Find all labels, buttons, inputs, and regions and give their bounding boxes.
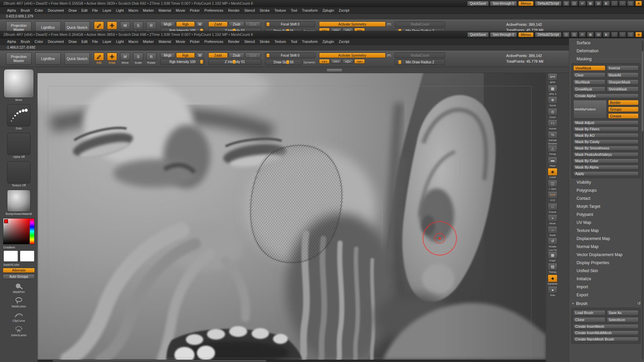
- current-brush-thumbnail[interactable]: [4, 69, 34, 98]
- sym-y-button[interactable]: >Y<: [331, 28, 341, 31]
- tray-persp[interactable]: Dynamic △ Persp: [548, 142, 557, 156]
- menu-picker[interactable]: Picker: [187, 8, 202, 12]
- menu-preferences[interactable]: Preferences: [202, 40, 226, 44]
- menu-edit[interactable]: Edit: [79, 8, 90, 12]
- tray-frame[interactable]: □ Frame: [548, 203, 557, 214]
- grip-icon[interactable]: ||||: [563, 1, 570, 6]
- section-texture-map[interactable]: Texture Map: [571, 227, 641, 235]
- activate-symmetry-button[interactable]: Activate Symmetry: [319, 53, 386, 58]
- menu-tool[interactable]: Tool: [288, 8, 300, 12]
- menu-light[interactable]: Light: [114, 8, 126, 12]
- viewmask-button[interactable]: ViewMask: [573, 65, 605, 71]
- mask-by-color-button[interactable]: Mask By Color: [573, 159, 639, 163]
- tray-dynamic[interactable]: ◆ Dynamic: [548, 275, 557, 285]
- horizontal-scrollbar[interactable]: [38, 360, 546, 362]
- tray-actual[interactable]: 1:1 Actual: [548, 119, 557, 130]
- menu-brush[interactable]: Brush: [18, 40, 32, 44]
- menu-color[interactable]: Color: [32, 40, 45, 44]
- section-morph-target[interactable]: Morph Target: [571, 202, 641, 210]
- crease-button[interactable]: Crease: [608, 113, 639, 119]
- maximize-icon[interactable]: ▢: [627, 32, 634, 37]
- current-alpha-thumbnail[interactable]: [7, 133, 31, 155]
- sym-x-button[interactable]: >X<: [319, 28, 330, 31]
- sym-y-button[interactable]: >Y<: [331, 59, 341, 64]
- menu-preferences[interactable]: Preferences: [202, 8, 226, 12]
- tray-floor[interactable]: ▬ Floor: [548, 157, 557, 167]
- section-surface[interactable]: Surface: [571, 39, 641, 47]
- tray-zoom[interactable]: ◎ Zoom: [548, 108, 557, 119]
- zsub-button[interactable]: Zsub: [229, 53, 244, 58]
- tray-local[interactable]: ◉ Local: [548, 168, 557, 179]
- quicksave-button[interactable]: QuickSave: [467, 32, 489, 37]
- tray-aahalf[interactable]: ½ AAHalf: [548, 131, 557, 142]
- menu-stroke[interactable]: Stroke: [257, 40, 272, 44]
- menu-draw[interactable]: Draw: [66, 8, 79, 12]
- section-uv-map[interactable]: UV Map: [571, 219, 641, 227]
- draw-size-slider[interactable]: Draw Size 65: [265, 28, 302, 31]
- sculpt-viewport[interactable]: [38, 73, 546, 360]
- tray-bpr[interactable]: BPR BPR: [548, 73, 557, 84]
- section-masking[interactable]: Masking: [571, 55, 641, 63]
- menu-file[interactable]: File: [90, 40, 100, 44]
- menu-draw[interactable]: Draw: [66, 40, 79, 44]
- maskpen-tool[interactable]: MaskPen: [13, 282, 24, 294]
- rgb-button[interactable]: Rgb: [176, 53, 195, 58]
- masklasso-tool[interactable]: MaskLasso: [12, 296, 26, 308]
- create-insertmultimesh-button[interactable]: Create InsertMultiMesh: [573, 330, 639, 335]
- swap-panels-icon[interactable]: ⇄: [579, 1, 586, 6]
- tray-move[interactable]: + Move: [548, 214, 557, 225]
- mask-by-alpha-button[interactable]: Mask By Alpha: [573, 165, 639, 170]
- m-button[interactable]: M: [196, 53, 204, 58]
- scale-button[interactable]: S Scale: [133, 21, 144, 31]
- shrinkmask-button[interactable]: ShrinkMask: [607, 86, 639, 92]
- load-brush-button[interactable]: Load Brush: [573, 310, 605, 315]
- selectlasso-tool[interactable]: SelectLasso: [11, 325, 26, 337]
- layout-grid-icon[interactable]: ▦: [587, 1, 594, 6]
- minimize-icon[interactable]: −: [619, 32, 626, 37]
- section-polygroups[interactable]: Polygroups: [571, 186, 641, 194]
- gradient-label[interactable]: Gradient: [3, 246, 15, 249]
- mrgb-button[interactable]: Mrgb: [160, 21, 175, 27]
- menu-brush[interactable]: Brush: [18, 8, 32, 12]
- menu-edit[interactable]: Edit: [79, 40, 90, 44]
- menu-zscript[interactable]: Zscript: [336, 8, 352, 12]
- current-material-thumbnail[interactable]: [7, 190, 31, 212]
- clipcurve-tool[interactable]: ClipCurve: [12, 310, 25, 322]
- draw-button[interactable]: Draw: [107, 53, 117, 64]
- edit-button[interactable]: Edit: [94, 53, 104, 64]
- menus-button[interactable]: Menus: [518, 32, 534, 37]
- menu-document[interactable]: Document: [45, 8, 66, 12]
- section-normal-map[interactable]: Normal Map: [571, 243, 641, 251]
- section-export[interactable]: Export: [571, 291, 641, 299]
- create-nanomesh-brush-button[interactable]: Create NanoMesh Brush: [573, 337, 639, 342]
- tray-scale[interactable]: ↔ Scale: [548, 226, 557, 237]
- reset-icon[interactable]: ↺: [637, 301, 641, 306]
- alternate-button[interactable]: Alternate: [3, 268, 35, 273]
- menu-macro[interactable]: Macro: [126, 40, 141, 44]
- projection-master-button[interactable]: Projection Master: [6, 21, 32, 31]
- move-button[interactable]: M Move: [120, 21, 130, 31]
- section-vector-displacement-map[interactable]: Vector Displacement Map: [571, 251, 641, 259]
- menu-tool[interactable]: Tool: [288, 40, 300, 44]
- layout-rows-icon[interactable]: ▤: [595, 32, 602, 37]
- growmask-button[interactable]: GrowMask: [573, 86, 605, 92]
- zadd-button[interactable]: Zadd: [208, 53, 228, 58]
- mask-by-fibers-button[interactable]: Mask By Fibers: [573, 127, 639, 131]
- focal-shift-slider[interactable]: Focal Shift 0: [265, 53, 315, 58]
- current-texture-thumbnail[interactable]: [7, 161, 31, 183]
- activate-symmetry-button[interactable]: Activate Symmetry: [319, 21, 386, 27]
- rotate-button[interactable]: R Rotate: [146, 53, 157, 64]
- tray-xyz[interactable]: XYZ XYZ: [548, 191, 557, 202]
- lightbox-button[interactable]: LightBox: [35, 21, 61, 31]
- menu-alpha[interactable]: Alpha: [5, 8, 18, 12]
- min-draw-radius-slider[interactable]: Min Draw Radius 2: [395, 28, 445, 31]
- see-through-slider[interactable]: See-through 0: [490, 32, 517, 37]
- clear-button[interactable]: Clear: [573, 72, 605, 78]
- blurmask-button[interactable]: BlurMask: [573, 79, 605, 85]
- main-color-swatch[interactable]: [3, 250, 18, 262]
- close-icon[interactable]: ×: [635, 32, 642, 37]
- menu-stroke[interactable]: Stroke: [257, 8, 272, 12]
- z-intensity-slider[interactable]: Z Intensity 51: [208, 28, 261, 31]
- tray-scroll[interactable]: ⊕ Scroll: [548, 96, 557, 107]
- zsub-button[interactable]: Zsub: [229, 21, 244, 27]
